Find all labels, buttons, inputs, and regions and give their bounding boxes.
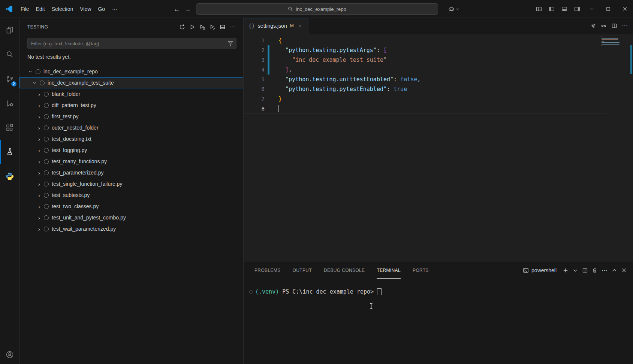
- chevron-right-icon[interactable]: ›: [36, 192, 42, 198]
- title-bar-actions: [533, 0, 633, 18]
- copilot-menu[interactable]: [448, 6, 459, 12]
- open-changes-icon[interactable]: [599, 21, 608, 30]
- terminal[interactable]: (.venv) PS C:\inc_dec_example_repo>: [244, 279, 633, 364]
- tree-item-test_two_classes.py[interactable]: ›test_two_classes.py: [19, 201, 243, 212]
- panel-tab-problems[interactable]: PROBLEMS: [254, 262, 281, 279]
- chevron-right-icon[interactable]: ›: [36, 125, 42, 131]
- panel-tab-debug-console[interactable]: DEBUG CONSOLE: [324, 262, 365, 279]
- run-tests-icon[interactable]: [188, 22, 197, 31]
- editor[interactable]: 1{2 "python.testing.pytestArgs": [3 "inc…: [244, 34, 633, 262]
- minimap-line: [602, 41, 604, 42]
- chevron-right-icon[interactable]: ›: [36, 136, 42, 142]
- more-actions-icon[interactable]: ⋯: [228, 22, 237, 31]
- activity-testing[interactable]: [0, 140, 19, 164]
- editor-actions: ⋯: [589, 18, 633, 34]
- chevron-right-icon[interactable]: ›: [36, 114, 42, 119]
- command-decoration-icon: [249, 290, 253, 294]
- toggle-secondary-sidebar-icon[interactable]: [572, 3, 583, 15]
- menu-file[interactable]: File: [17, 4, 33, 14]
- chevron-right-icon[interactable]: ›: [36, 215, 42, 221]
- tree-item-blank_folder[interactable]: ›blank_folder: [19, 88, 243, 100]
- more-actions-icon[interactable]: ⋯: [600, 266, 609, 275]
- close-tab-icon[interactable]: [297, 22, 304, 30]
- sidebar-title: TESTING: [27, 24, 48, 30]
- panel-tab-output[interactable]: OUTPUT: [293, 262, 312, 279]
- test-tree: ›inc_dec_example_repo›inc_dec_example_te…: [19, 66, 243, 364]
- line-number: 2: [244, 47, 265, 53]
- minimap[interactable]: [602, 36, 620, 48]
- activity-explorer[interactable]: [0, 18, 19, 42]
- code-text: }: [278, 95, 282, 102]
- chevron-right-icon[interactable]: ›: [36, 148, 42, 153]
- run-with-coverage-icon[interactable]: [208, 22, 217, 31]
- filter-input[interactable]: [27, 38, 236, 49]
- chevron-right-icon[interactable]: ›: [36, 204, 42, 209]
- filter-icon[interactable]: [227, 40, 233, 46]
- tree-item-test_parameterized.py[interactable]: ›test_parameterized.py: [19, 167, 243, 178]
- chevron-down-icon[interactable]: ›: [28, 69, 34, 75]
- forward-button[interactable]: →: [185, 6, 191, 12]
- tree-item-test_single_function_failure.py[interactable]: ›test_single_function_failure.py: [19, 178, 243, 189]
- split-terminal-icon[interactable]: [581, 266, 590, 275]
- kill-terminal-icon[interactable]: [590, 266, 599, 275]
- close-panel-icon[interactable]: [620, 266, 629, 275]
- chevron-right-icon[interactable]: ›: [36, 103, 42, 108]
- scrollbar-modified-marker[interactable]: [630, 45, 632, 74]
- maximize-panel-chevron-icon[interactable]: [610, 266, 619, 275]
- open-settings-ui-icon[interactable]: [589, 21, 598, 30]
- tree-item-inc_dec_example_repo[interactable]: ›inc_dec_example_repo: [19, 66, 243, 77]
- menu-overflow-button[interactable]: ⋯: [108, 4, 121, 14]
- tree-item-test_unit_and_pytest_combo.py[interactable]: ›test_unit_and_pytest_combo.py: [19, 212, 243, 223]
- command-center-search[interactable]: inc_dec_example_repo: [196, 3, 438, 15]
- terminal-shell-item[interactable]: powershell: [523, 267, 557, 273]
- tab-settings-json[interactable]: {} settings.json M: [244, 18, 308, 34]
- menu-go[interactable]: Go: [94, 4, 108, 14]
- chevron-right-icon[interactable]: ›: [36, 91, 42, 97]
- panel-actions: powershell ⋯: [523, 266, 629, 275]
- chevron-right-icon[interactable]: ›: [36, 159, 42, 164]
- activity-extensions[interactable]: [0, 115, 19, 140]
- tree-item-first_test.py[interactable]: ›first_test.py: [19, 111, 243, 122]
- activity-source-control[interactable]: 2: [0, 67, 19, 91]
- debug-tests-icon[interactable]: [198, 22, 207, 31]
- more-actions-icon[interactable]: ⋯: [620, 21, 629, 30]
- terminal-dropdown-chevron-icon[interactable]: [571, 266, 580, 275]
- show-output-icon[interactable]: [218, 22, 227, 31]
- maximize-window-button[interactable]: [600, 0, 617, 18]
- chevron-right-icon[interactable]: ›: [36, 170, 42, 176]
- menu-view[interactable]: View: [76, 4, 94, 14]
- tree-item-diff_pattern_test.py[interactable]: ›diff_pattern_test.py: [19, 100, 243, 111]
- tree-item-test_wait_parameterized.py[interactable]: ›test_wait_parameterized.py: [19, 223, 243, 234]
- title-bar: FileEditSelectionViewGo ⋯ ← → inc_dec_ex…: [0, 0, 633, 18]
- customize-layout-icon[interactable]: [533, 3, 545, 15]
- panel-tab-terminal[interactable]: TERMINAL: [377, 262, 401, 279]
- refresh-tests-icon[interactable]: [178, 22, 187, 31]
- activity-account[interactable]: [0, 346, 19, 364]
- split-editor-icon[interactable]: [610, 21, 619, 30]
- chevron-down-icon[interactable]: ›: [32, 80, 38, 86]
- tree-item-outer_nested_folder[interactable]: ›outer_nested_folder: [19, 122, 243, 133]
- activity-python[interactable]: [0, 164, 19, 188]
- code-line-6: 6 "python.testing.pytestEnabled": true: [244, 84, 607, 94]
- menu-selection[interactable]: Selection: [48, 4, 77, 14]
- tree-item-test_logging.py[interactable]: ›test_logging.py: [19, 145, 243, 156]
- minimize-window-button[interactable]: [584, 0, 600, 18]
- toggle-primary-sidebar-icon[interactable]: [546, 3, 557, 15]
- toggle-panel-icon[interactable]: [559, 3, 570, 15]
- test-state-circle-icon: [44, 148, 49, 153]
- menu-edit[interactable]: Edit: [33, 4, 48, 14]
- close-window-button[interactable]: [617, 0, 633, 18]
- tree-item-test_docstring.txt[interactable]: ›test_docstring.txt: [19, 133, 243, 145]
- back-button[interactable]: ←: [174, 6, 180, 12]
- tree-item-test_subtests.py[interactable]: ›test_subtests.py: [19, 189, 243, 201]
- panel-tab-ports[interactable]: PORTS: [413, 262, 429, 279]
- chevron-right-icon[interactable]: ›: [36, 226, 42, 232]
- tree-item-test_many_functions.py[interactable]: ›test_many_functions.py: [19, 156, 243, 167]
- activity-run-and-debug[interactable]: [0, 91, 19, 115]
- python-icon: [5, 172, 14, 181]
- workspace-search-value: inc_dec_example_repo: [296, 6, 346, 12]
- chevron-right-icon[interactable]: ›: [36, 181, 42, 187]
- activity-search[interactable]: [0, 42, 19, 67]
- new-terminal-icon[interactable]: [561, 266, 570, 275]
- tree-item-inc_dec_example_test_suite[interactable]: ›inc_dec_example_test_suite: [19, 77, 243, 88]
